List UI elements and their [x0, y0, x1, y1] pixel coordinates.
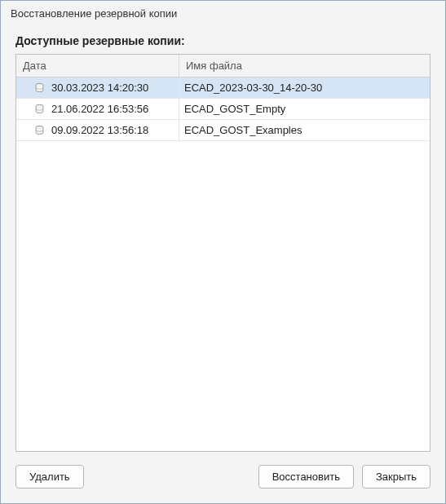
cell-date: 21.06.2022 16:53:56 — [16, 99, 179, 119]
backups-table: Дата Имя файла 30.03.2023 14:20:30ECAD_2… — [15, 54, 431, 452]
close-button[interactable]: Закрыть — [362, 465, 431, 489]
filename-text: ECAD_2023-03-30_14-20-30 — [184, 82, 322, 94]
date-text: 21.06.2022 16:53:56 — [51, 103, 148, 115]
filename-text: ECAD_GOST_Empty — [184, 103, 285, 115]
restore-button[interactable]: Восстановить — [258, 465, 354, 489]
database-icon — [34, 125, 45, 136]
database-icon — [34, 104, 45, 115]
column-header-date[interactable]: Дата — [16, 55, 179, 77]
window-title: Восстановление резервной копии — [1, 1, 445, 24]
dialog-window: Восстановление резервной копии Доступные… — [0, 0, 446, 504]
cell-date: 30.03.2023 14:20:30 — [16, 77, 179, 98]
table-row[interactable]: 09.09.2022 13:56:18ECAD_GOST_Examples — [16, 120, 430, 141]
date-text: 09.09.2022 13:56:18 — [51, 124, 148, 136]
cell-date: 09.09.2022 13:56:18 — [16, 120, 179, 140]
cell-filename: ECAD_2023-03-30_14-20-30 — [179, 77, 430, 98]
section-heading: Доступные резервные копии: — [15, 34, 431, 47]
database-icon — [34, 82, 45, 94]
table-row[interactable]: 21.06.2022 16:53:56ECAD_GOST_Empty — [16, 99, 430, 120]
table-header-row: Дата Имя файла — [16, 55, 430, 77]
cell-filename: ECAD_GOST_Examples — [179, 120, 430, 140]
button-bar: Удалить Восстановить Закрыть — [1, 452, 445, 503]
cell-filename: ECAD_GOST_Empty — [179, 99, 430, 119]
filename-text: ECAD_GOST_Examples — [184, 124, 302, 136]
delete-button[interactable]: Удалить — [15, 465, 84, 489]
table-row[interactable]: 30.03.2023 14:20:30ECAD_2023-03-30_14-20… — [16, 77, 430, 99]
table-body: 30.03.2023 14:20:30ECAD_2023-03-30_14-20… — [16, 77, 430, 141]
dialog-content: Доступные резервные копии: Дата Имя файл… — [1, 24, 445, 452]
date-text: 30.03.2023 14:20:30 — [51, 82, 148, 94]
column-header-filename[interactable]: Имя файла — [179, 55, 430, 77]
